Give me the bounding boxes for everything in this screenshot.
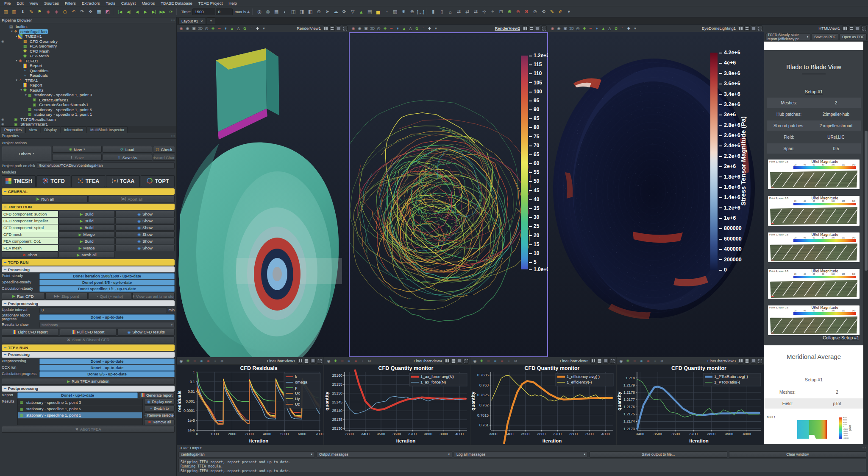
clip-icon[interactable]: ◫ <box>289 8 298 16</box>
tab-multiblock-inspector[interactable]: MultiBlock Inspector <box>87 126 128 133</box>
first-frame-icon[interactable]: |◀ <box>116 8 124 16</box>
center-axes-icon[interactable]: ⊹ <box>480 8 488 16</box>
abort-tfea-button[interactable]: ✖Abort TFEA <box>2 426 175 433</box>
group-datasets-icon[interactable]: ▽ <box>349 8 357 16</box>
output-log[interactable]: Skipping TFEA report, report present and… <box>178 459 866 472</box>
toggle-icon[interactable]: ▫ <box>506 358 512 364</box>
module-button-tcfd[interactable]: TCFD <box>36 175 70 187</box>
pipeline-item-tfea1[interactable]: ▾∴TFEA1 <box>0 78 176 83</box>
pipeline-item-generatesurfacenormals1[interactable]: ▣GenerateSurfaceNormals1 <box>0 102 176 107</box>
next-keyframe-icon[interactable]: ▶| <box>150 8 158 16</box>
tab-view[interactable]: View <box>25 126 40 133</box>
hidden-line-icon[interactable]: △ <box>606 25 613 31</box>
tree-expander[interactable]: ▾ <box>15 35 18 38</box>
probe-point-icon[interactable]: ∴ <box>248 25 254 31</box>
screenshot-icon[interactable]: ▣ <box>562 25 568 31</box>
pipeline-item-report[interactable]: Report <box>0 63 176 68</box>
options-icon[interactable]: ⊗ <box>366 358 373 364</box>
remove-annotation-icon[interactable]: ━ <box>216 25 223 31</box>
run-tfea-button[interactable]: ▶Run TFEA simulation <box>2 378 175 385</box>
restore-button[interactable] <box>757 358 762 364</box>
pipeline-item-extractsurface1[interactable]: ▣ExtractSurface1 <box>0 98 176 103</box>
color-palette-icon[interactable]: ◩ <box>103 8 111 16</box>
output-select-2[interactable]: Output messages▾ <box>317 451 452 458</box>
orientation-axes-icon[interactable]: ▲ <box>600 25 606 31</box>
more-tools-icon[interactable]: ▾ <box>433 25 439 31</box>
split-vertical-button[interactable] <box>329 25 335 31</box>
menu-item-view[interactable]: View <box>27 1 41 6</box>
deselect-icon[interactable]: ∗ <box>499 358 505 364</box>
clear-window-button[interactable]: Clear window <box>729 451 867 458</box>
tmesh-build-button[interactable]: ▶Build <box>58 224 115 231</box>
add-annotation-icon[interactable]: ✚ <box>210 25 216 31</box>
tree-expander[interactable]: ▾ <box>10 30 14 33</box>
maximize-button[interactable] <box>535 25 540 31</box>
tmesh-show-button[interactable]: ◉Show <box>115 238 175 244</box>
collapse-setup-link[interactable]: Collapse Setup #1 <box>823 335 859 340</box>
center-mark-icon[interactable]: ✚ <box>254 25 261 31</box>
remove-icon[interactable]: ━ <box>339 358 345 364</box>
maximize-button[interactable] <box>855 25 860 31</box>
results-to-show-dropdown[interactable]: stationary▾ <box>39 322 175 328</box>
restore-button[interactable] <box>463 358 469 364</box>
quit-write-button[interactable]: ▪Quit (+ write) <box>89 293 131 300</box>
tcfd-postprocessing-header[interactable]: ━Postprocessing <box>2 300 175 306</box>
center-mark-icon[interactable]: ✚ <box>626 25 632 31</box>
toggle-icon[interactable]: ▫ <box>359 358 366 364</box>
play-icon[interactable]: ▶ <box>142 8 150 16</box>
remove-icon[interactable]: ━ <box>192 358 198 364</box>
add-annotation-icon[interactable]: ✚ <box>581 25 587 31</box>
maximize-button[interactable] <box>751 25 756 31</box>
undo-icon[interactable]: ↶ <box>70 8 78 16</box>
screenshot-icon[interactable]: ▣ <box>191 25 197 31</box>
others-button[interactable]: Others▾ <box>2 146 51 161</box>
probe-point-icon[interactable]: ∴ <box>619 25 626 31</box>
extract-subset-icon[interactable]: ⊜ <box>315 8 323 16</box>
panel-detach-icons[interactable]: ▫ ▫ <box>171 18 175 22</box>
toggle-panel2-icon[interactable]: ▯ <box>438 8 446 16</box>
section-tfea-run[interactable]: ━TFEA RUN <box>2 344 175 351</box>
setup-link[interactable]: Setup #1 <box>764 89 863 94</box>
deselect-icon[interactable]: ∗ <box>205 358 211 364</box>
python-shell-icon[interactable]: ⊕ <box>408 8 416 16</box>
full-cfd-report-button[interactable]: Full CFD report <box>60 329 117 336</box>
capture-icon[interactable]: ◉ <box>556 25 562 31</box>
project-path-value[interactable]: /home/lubos/TCAE/run/centrifugal-fan <box>37 162 175 169</box>
pipeline-item-tcfdresults-foam[interactable]: ◉▣TCFDResults.foam <box>0 117 176 122</box>
plot-over-line-icon[interactable]: ◔ <box>383 8 391 16</box>
select-points-icon[interactable]: ∗ <box>492 358 498 364</box>
menu-item-help[interactable]: Help <box>226 1 239 6</box>
tmesh-show-button[interactable]: ◉Show <box>115 245 175 251</box>
options-icon[interactable]: ⊗ <box>512 358 519 364</box>
toggle-panel-icon[interactable]: ▮ <box>429 8 437 16</box>
pipeline-item-tmesh1[interactable]: ▾TMESH1 <box>0 34 176 39</box>
camera-icon[interactable]: ◉ <box>178 358 184 364</box>
camera-icon[interactable]: ◉ <box>326 358 332 364</box>
ruler-z-icon[interactable]: ⇄ <box>472 8 480 16</box>
tab-properties[interactable]: Properties <box>1 126 25 133</box>
hidden-line-icon[interactable]: △ <box>407 25 414 31</box>
glyph-icon[interactable]: ➤ <box>323 8 331 16</box>
pipeline-item-quantities[interactable]: ≈Quantities <box>0 68 176 73</box>
menu-item-sources[interactable]: Sources <box>42 1 61 6</box>
pipeline-item-streamtracer1[interactable]: ◉▣StreamTracer1 <box>0 122 176 126</box>
visibility-eye-icon[interactable]: ◉ <box>0 122 6 126</box>
toggle-icon[interactable]: ▫ <box>212 358 218 364</box>
remove-all-button[interactable]: ✖Remove all <box>144 419 175 425</box>
import-data-icon[interactable]: ⬇ <box>19 8 27 16</box>
tmesh-merge-button[interactable]: ▶Merge <box>58 245 115 251</box>
render-view-3-viewport[interactable]: 4.2e+64e+63.8e+63.6e+63.4e+63.2e+63e+62.… <box>548 32 764 357</box>
tmesh-merge-button[interactable]: ▶Merge <box>58 231 115 238</box>
tree-expander[interactable]: ▾ <box>24 93 28 97</box>
pipeline-item-cfd-geometry[interactable]: ◉▦CFD Geometry <box>0 39 176 44</box>
module-button-topt[interactable]: TOPT <box>141 175 175 187</box>
ruler-x-icon[interactable]: ⇄ <box>455 8 463 16</box>
camera-icon[interactable]: ◉ <box>549 25 556 31</box>
zoom-in-icon[interactable]: ◎ <box>256 8 264 16</box>
velocity-colorbar[interactable] <box>521 56 528 269</box>
switch-to-button[interactable]: ⌖Switch to <box>144 406 175 412</box>
loop-icon[interactable]: ⟳ <box>167 8 175 16</box>
run-all-button[interactable]: |▶Run all <box>2 196 88 202</box>
pipeline-item-fea-mesh[interactable]: ⬟FEA Mesh <box>0 53 176 59</box>
check-button[interactable]: ◎Check <box>153 146 175 153</box>
